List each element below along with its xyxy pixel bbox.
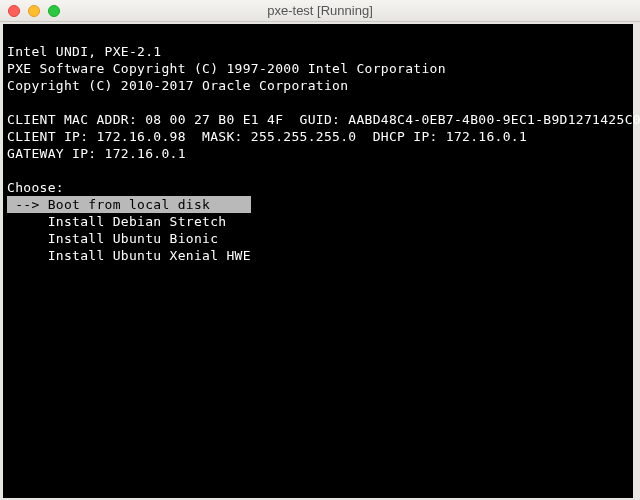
menu-item-boot-local[interactable]: --> Boot from local disk (7, 196, 629, 213)
menu-item-label: Install Ubuntu Bionic (48, 231, 219, 246)
menu-item-label: Boot from local disk (48, 197, 251, 212)
pxe-net-3: GATEWAY IP: 172.16.0.1 (7, 146, 186, 161)
menu-arrow: --> (7, 197, 48, 212)
menu-item-label: Install Ubuntu Xenial HWE (48, 248, 251, 263)
menu-item-ubuntu-bionic[interactable]: Install Ubuntu Bionic (7, 230, 629, 247)
pxe-net-2: CLIENT IP: 172.16.0.98 MASK: 255.255.255… (7, 129, 527, 144)
minimize-icon[interactable] (28, 5, 40, 17)
menu-item-label: Install Debian Stretch (48, 214, 227, 229)
menu-pad (7, 248, 48, 263)
menu-item-debian-stretch[interactable]: Install Debian Stretch (7, 213, 629, 230)
menu-pad (7, 214, 48, 229)
window-title: pxe-test [Running] (0, 3, 640, 18)
terminal-screen: Intel UNDI, PXE-2.1 PXE Software Copyrig… (3, 24, 633, 498)
close-icon[interactable] (8, 5, 20, 17)
menu-pad (7, 231, 48, 246)
menu-item-ubuntu-xenial-hwe[interactable]: Install Ubuntu Xenial HWE (7, 247, 629, 264)
window-controls (8, 5, 60, 17)
maximize-icon[interactable] (48, 5, 60, 17)
menu-prompt: Choose: (7, 180, 64, 195)
pxe-net-1: CLIENT MAC ADDR: 08 00 27 B0 E1 4F GUID:… (7, 112, 640, 127)
pxe-header-3: Copyright (C) 2010-2017 Oracle Corporati… (7, 78, 348, 93)
pxe-header-2: PXE Software Copyright (C) 1997-2000 Int… (7, 61, 446, 76)
pxe-header-1: Intel UNDI, PXE-2.1 (7, 44, 161, 59)
titlebar[interactable]: pxe-test [Running] (0, 0, 640, 22)
